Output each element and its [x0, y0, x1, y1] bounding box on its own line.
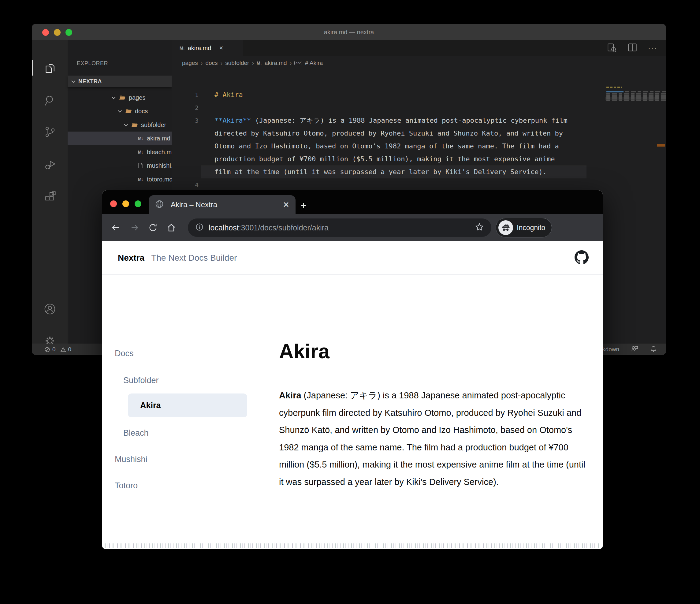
close-traffic-light[interactable] [110, 200, 117, 207]
line-number: 3 [172, 114, 199, 127]
tree-item-docs[interactable]: docs [68, 104, 172, 118]
site-tagline: The Next Docs Builder [151, 253, 237, 263]
close-tab-icon[interactable]: × [219, 44, 223, 52]
split-editor-icon[interactable] [627, 42, 638, 54]
article-paragraph: Akira (Japanese: アキラ) is a 1988 Japanese… [279, 387, 588, 490]
code-line[interactable]: **Akira** (Japanese: アキラ) is a 1988 Japa… [215, 114, 568, 127]
problems-status[interactable]: 0 0 [44, 344, 71, 355]
notifications-bell-icon[interactable] [650, 345, 657, 354]
line-number: 1 [172, 89, 199, 101]
tab-akira-md[interactable]: M↓ akira.md × [172, 40, 244, 56]
sidebar-item-docs[interactable]: Docs [115, 349, 134, 358]
folder-open-icon [119, 94, 126, 101]
source-control-icon[interactable] [44, 126, 56, 138]
chevron-down-icon [124, 122, 128, 126]
tab-title: Akira – Nextra [171, 200, 217, 209]
feedback-icon[interactable] [631, 345, 638, 354]
sidebar-item-subfolder[interactable]: Subfolder [123, 376, 159, 385]
bookmark-star-icon[interactable] [475, 222, 484, 233]
back-icon[interactable] [109, 222, 122, 234]
editor-actions: ··· [606, 40, 657, 56]
open-preview-icon[interactable] [606, 42, 617, 54]
tree-item-totoro-md[interactable]: M↓ totoro.md [68, 173, 172, 186]
tree-item-mushishi-mdx[interactable]: mushishi.mdx [68, 159, 172, 172]
minimap-bold-chip [606, 91, 624, 93]
tree-item-bleach-md[interactable]: M↓ bleach.md [68, 145, 172, 159]
chevron-down-icon [118, 109, 122, 112]
account-icon[interactable] [44, 303, 56, 315]
search-icon[interactable] [44, 94, 56, 106]
github-icon[interactable] [575, 250, 589, 266]
nextra-page: Nextra The Next Docs Builder Docs Subfol… [102, 241, 603, 549]
code-line[interactable]: # Akira [215, 89, 243, 101]
globe-icon [155, 200, 164, 210]
markdown-icon: M↓ [257, 60, 262, 66]
incognito-icon [498, 220, 513, 235]
browser-toolbar: localhost:3001/docs/subfolder/akira Inco… [102, 214, 603, 241]
incognito-indicator: Incognito [496, 218, 552, 237]
activity-bar [32, 40, 68, 344]
editor-tab-bar: M↓ akira.md × ··· [172, 40, 666, 56]
site-brand[interactable]: Nextra [118, 253, 144, 263]
zoom-traffic-light[interactable] [134, 200, 141, 207]
code-line[interactable]: Otomo and Izo Hashimoto, based on Otomo'… [215, 140, 559, 153]
screen-artifact [105, 544, 600, 548]
run-debug-icon[interactable] [44, 158, 56, 171]
page-title: Akira [279, 339, 329, 363]
browser-tab-bar: Akira – Nextra ✕ + [102, 190, 603, 214]
window-title: akira.md — nextra [32, 24, 666, 40]
url-text[interactable]: localhost:3001/docs/subfolder/akira [209, 223, 329, 232]
chevron-down-icon [71, 79, 75, 83]
markdown-icon: M↓ [137, 135, 144, 142]
home-icon[interactable] [165, 222, 177, 234]
browser-tab-active[interactable]: Akira – Nextra ✕ [149, 195, 296, 214]
close-tab-icon[interactable]: ✕ [283, 200, 290, 209]
explorer-header: EXPLORER [77, 60, 108, 67]
site-header: Nextra The Next Docs Builder [102, 241, 603, 275]
markdown-icon: M↓ [137, 176, 144, 183]
reload-icon[interactable] [147, 222, 159, 234]
workspace-root-header[interactable]: NEXTRA [68, 76, 172, 87]
code-line[interactable]: directed by Katsuhiro Otomo, produced by… [215, 127, 563, 140]
site-info-icon[interactable] [195, 223, 204, 232]
breadcrumb[interactable]: pages› docs› subfolder› M↓ akira.md› abc… [182, 56, 323, 70]
sidebar-item-mushishi[interactable]: Mushishi [115, 455, 147, 464]
error-icon [44, 347, 50, 352]
vscode-titlebar[interactable]: akira.md — nextra [32, 24, 666, 40]
markdown-icon: M↓ [180, 46, 185, 50]
folder-open-icon [131, 121, 138, 128]
more-actions-icon[interactable]: ··· [648, 44, 657, 52]
tree-item-pages[interactable]: pages [68, 91, 172, 104]
tree-item-subfolder[interactable]: subfolder [68, 118, 172, 131]
chevron-down-icon [112, 95, 116, 99]
file-icon [137, 162, 144, 169]
forward-icon[interactable] [128, 222, 141, 234]
browser-window: Akira – Nextra ✕ + localhost:3001/docs/s… [102, 190, 603, 549]
new-tab-button[interactable]: + [300, 200, 306, 211]
active-view-indicator [32, 60, 33, 76]
minimize-traffic-light[interactable] [122, 200, 129, 207]
address-bar[interactable]: localhost:3001/docs/subfolder/akira [188, 219, 491, 237]
minimap[interactable] [606, 86, 656, 135]
line-number: 2 [172, 101, 199, 114]
folder-open-icon [125, 107, 132, 115]
tree-item-akira-md[interactable]: M↓ akira.md [68, 131, 172, 145]
symbol-text-icon: abc [294, 61, 302, 65]
sidebar-item-totoro[interactable]: Totoro [115, 481, 138, 490]
code-line[interactable]: film at the time (until it was surpassed… [215, 166, 547, 178]
explorer-icon[interactable] [44, 62, 56, 74]
markdown-icon: M↓ [137, 148, 144, 156]
warning-icon [60, 347, 66, 352]
extensions-icon[interactable] [44, 191, 56, 203]
sidebar-item-bleach[interactable]: Bleach [123, 428, 149, 438]
sidebar-item-akira[interactable]: Akira [140, 401, 161, 410]
overview-ruler-marker [657, 144, 665, 147]
sidebar-divider [258, 275, 258, 549]
code-line[interactable]: production budget of ¥700 million ($5.5 … [215, 153, 555, 166]
line-number: 4 [172, 178, 199, 191]
